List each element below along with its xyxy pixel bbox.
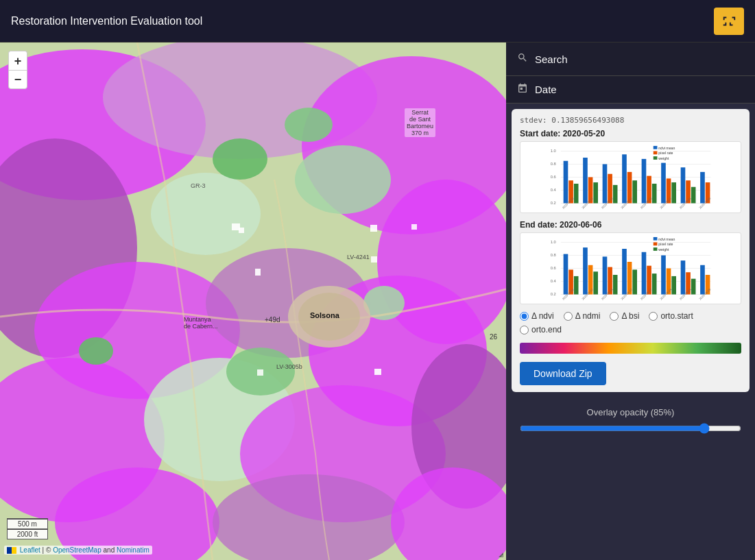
svg-rect-111 [700,265,705,295]
radio-orto-start-label: orto.start [660,311,693,321]
svg-text:0.6: 0.6 [551,175,556,179]
svg-rect-30 [371,256,377,263]
svg-text:0.4: 0.4 [551,279,556,283]
svg-rect-63 [691,187,696,204]
search-icon [517,52,528,66]
svg-point-5 [151,173,261,255]
svg-rect-95 [593,271,598,294]
radio-ndvi-input[interactable] [520,312,529,321]
svg-rect-113 [654,237,658,241]
radio-ndmi-label: Δ ndmi [575,311,601,321]
radio-ndmi[interactable]: Δ ndmi [564,311,601,321]
zoom-in-button[interactable]: + [8,51,27,70]
svg-rect-57 [652,184,657,204]
svg-point-19 [285,108,333,142]
radio-orto-start-input[interactable] [649,312,658,321]
svg-rect-102 [642,252,647,295]
scale-500m: 500 m [7,518,48,528]
resize-handle[interactable] [494,548,503,557]
radio-bsi-input[interactable] [610,312,619,321]
svg-point-21 [79,337,113,365]
overlay-section: Overlay opacity (85%) [506,398,755,443]
radio-orto-end[interactable]: orto.end [520,325,562,334]
right-panel: Search Date stdev: 0.13859656493088 Star… [506,42,755,560]
radio-orto-end-label: orto.end [531,325,562,334]
resize-icon [494,548,503,557]
stdev-text: stdev: 0.13859656493088 [520,116,741,125]
svg-point-6 [295,145,391,214]
expand-icon [721,14,736,29]
svg-rect-60 [671,182,676,203]
svg-rect-51 [613,185,618,204]
download-zip-button[interactable]: Download Zip [520,362,606,385]
scale-2000ft: 2000 ft [7,528,48,539]
radio-bsi[interactable]: Δ bsi [610,311,639,321]
map-area[interactable]: Serratde SantBartomeu370 m Solsona LV-42… [0,42,506,560]
svg-rect-58 [661,163,666,204]
map-canvas [0,42,506,560]
radio-orto-start[interactable]: orto.start [649,311,693,321]
flag-icon [7,547,16,554]
svg-rect-104 [652,273,657,294]
svg-text:weight: weight [658,156,669,160]
leaflet-link[interactable]: Leaflet [20,546,40,554]
svg-rect-92 [574,276,579,295]
app-title: Restoration Intervention Evaluation tool [11,15,202,27]
svg-rect-29 [255,269,261,276]
svg-rect-61 [681,167,686,203]
osm-link[interactable]: OpenStreetMap [53,546,101,554]
svg-rect-99 [622,249,627,295]
svg-rect-68 [654,151,658,155]
start-date-chart: 1.0 0.8 0.6 0.4 0.2 [520,141,741,213]
svg-rect-110 [691,279,696,295]
svg-rect-46 [583,158,588,204]
svg-rect-105 [661,256,666,295]
overlay-opacity-label: Overlay opacity (85%) [517,407,744,417]
svg-text:0.2: 0.2 [551,201,556,205]
zoom-out-button[interactable]: − [8,70,27,89]
radio-ndvi-label: Δ ndvi [531,311,554,321]
zoom-controls: + − [8,51,27,89]
svg-rect-90 [564,254,568,295]
svg-text:weight: weight [658,247,669,252]
svg-rect-93 [583,247,588,294]
search-section[interactable]: Search [506,42,755,76]
expand-button[interactable] [714,8,744,35]
svg-rect-26 [239,228,244,233]
radio-orto-end-input[interactable] [520,326,529,334]
radio-options: Δ ndvi Δ ndmi Δ bsi orto.start orto.end [520,311,741,334]
svg-text:0.8: 0.8 [551,253,556,257]
svg-point-24 [298,293,360,341]
date-section[interactable]: Date [506,76,755,104]
scale-bar: 500 m 2000 ft [7,518,48,539]
svg-rect-45 [574,184,579,204]
svg-rect-101 [632,269,637,294]
svg-text:1.0: 1.0 [551,240,556,244]
opacity-slider[interactable] [520,423,741,434]
svg-rect-31 [374,369,381,375]
main-layout: Serratde SantBartomeu370 m Solsona LV-42… [0,42,755,560]
radio-bsi-label: Δ bsi [621,311,639,321]
app-header: Restoration Intervention Evaluation tool [0,0,755,42]
svg-rect-32 [257,369,263,376]
svg-text:0.6: 0.6 [551,266,556,270]
radio-ndvi[interactable]: Δ ndvi [520,311,554,321]
svg-rect-70 [654,156,658,160]
map-attribution: Leaflet | © OpenStreetMap and Nominatim [4,546,152,555]
svg-rect-64 [700,172,705,204]
search-label: Search [535,53,568,65]
svg-text:pixel rate: pixel rate [658,242,673,246]
svg-rect-117 [654,247,658,251]
chart2-svg: 1.0 0.8 0.6 0.4 0.2 [523,236,738,301]
svg-rect-28 [411,224,417,230]
svg-text:ndvi mean: ndvi mean [658,237,675,241]
svg-text:0.4: 0.4 [551,188,556,192]
end-date-chart: 1.0 0.8 0.6 0.4 0.2 [520,232,741,304]
svg-rect-43 [564,161,568,204]
svg-rect-52 [622,154,627,203]
end-date-label: End date: 2020-06-06 [520,220,741,230]
radio-ndmi-input[interactable] [564,312,573,321]
svg-rect-115 [654,243,658,246]
svg-rect-66 [654,146,658,149]
nominatim-link[interactable]: Nominatim [117,546,149,554]
